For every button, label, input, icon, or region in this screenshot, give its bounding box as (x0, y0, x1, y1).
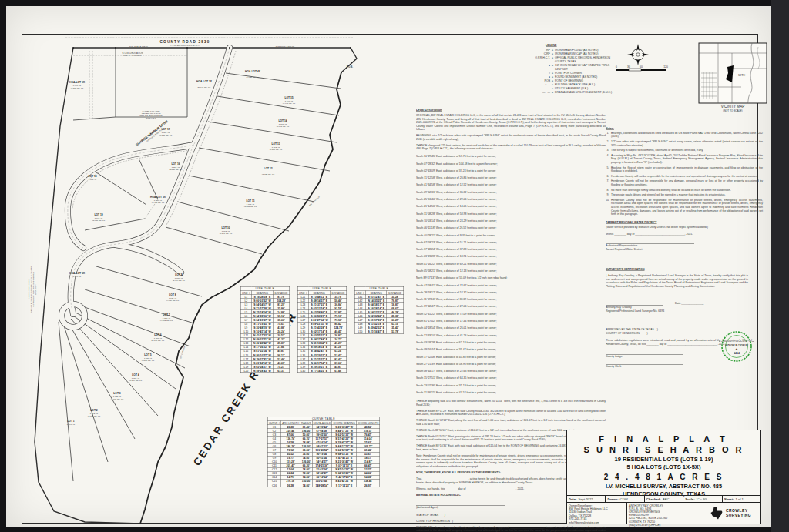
table-row: L26S 36°53'21" E79.18' (297, 314, 347, 318)
table-row: L33N 51°18'34" E41.27' (297, 341, 347, 345)
note-item: 6.Henderson County will not be responsib… (606, 174, 763, 178)
legend-row: ●=1/2" IRON REBAR W/ CAP STAMPED "RPLS 6… (530, 64, 616, 72)
owner-developer-block: Owner/Developer:BW Real Estate Holdings … (567, 503, 627, 524)
svg-text:120: 120 (663, 65, 668, 69)
table-row: L24S 02°13'54" E91.58' (297, 306, 347, 310)
table-row: L28S 09°53'55" W88.42' (297, 322, 347, 326)
graphic-scale-bar: 0 30 60 120 (613, 65, 669, 74)
pob-label: P.O.B. (347, 65, 353, 69)
curve-table: CURVE TABLE CURVE #ARC LENGTH RADIUSDELT… (267, 417, 380, 487)
legend: LEGEND IRF=IRON REBAR FOUND (AS NOTED)CI… (530, 43, 616, 95)
county-road-sub-label: (A VARIABLE WIDTH RIGHT-OF-WAY) (170, 45, 200, 46)
legal-description-title: Legal Description (416, 108, 606, 112)
lot-label: LOT 61.151 AC50,160 SQ. FT. (152, 333, 165, 342)
texas-logo-icon (710, 507, 724, 520)
table-row: L13N 26°48'42" W25.87' (240, 341, 290, 345)
table-row: L14S 17°56'32" W27.84' (240, 345, 290, 349)
vicinity-map: SITE VICINITY MAP (NOT TO SCALE) (698, 42, 769, 113)
note-item: 2.1/2" iron rebar with cap stamped "RPLS… (606, 139, 763, 146)
lot-label: LOT 121.041 AC45,328 SQ. FT. (262, 167, 275, 176)
table-row: L25S 62°58'46" E57.85' (297, 310, 347, 314)
svg-text:O.P.R.H.C.T.: O.P.R.H.C.T. (35, 284, 37, 295)
surveying-firm-logo: CROWLEYSURVEYING (700, 503, 760, 524)
title-block: F I N A L P L A T S U N R I S E H A R B … (566, 430, 761, 524)
vicinity-caption: VICINITY MAP (721, 105, 745, 109)
table-row: L27S 03°27'34" W73.98' (297, 318, 347, 322)
table-row: L16N 86°10'27" W98.17' (240, 353, 290, 357)
drawing-info-strip: Date:Sept 2022 Drawn:CDW Checked:ARC Sca… (567, 495, 760, 503)
table-row: L38N 06°17'14" E87.06' (297, 361, 347, 365)
table-row: L31S 03°55'21" E36.87' (297, 333, 347, 337)
lot-label: HOA-LOT 2X0.499 AC21,749 SQ. FT. (196, 80, 213, 89)
subdivision-name: S U N R I S E H A R B O R (567, 445, 760, 454)
acreage: 2 4 . 4 8 1 A C R E S (567, 473, 760, 481)
table-row: L11N 41°17'32" W30.57' (240, 333, 290, 337)
table-row: L23S 21°37'23" E36.84' (297, 303, 347, 306)
notes-title: Notes: (606, 126, 763, 130)
row-area-label: 0.205 AC — 8,940 SQ. FT. (123, 55, 142, 57)
surveyor-certification-heading: SURVEYOR'S CERTIFICATION (606, 268, 763, 272)
table-row: L41S 01°12'47" E35.28' (354, 295, 404, 299)
table-row: L48N 11°52'18" E63.19' (354, 322, 404, 326)
table-row: L44S 16°18'14" E68.67' (354, 306, 404, 310)
svg-text:60: 60 (640, 65, 643, 69)
lot-label: HOA-LOT 4X0.322 AC14,021 SQ. FT. (245, 70, 261, 79)
table-row: L36S 42°19'22" E53.41' (297, 353, 347, 357)
row-dedication-label: R.O.W. DEDICATION (123, 52, 143, 55)
lot-label: LOT 161.207 AC52,586 SQ. FT. (170, 162, 183, 171)
table-row: L21S 73°48'12" E35.78' (297, 295, 347, 299)
lot-label: LOT 91.036 AC45,119 SQ. FT. (173, 273, 186, 282)
table-row: L40S 77°14'25" E67.46' (297, 369, 347, 373)
contour-tag: 325' CONTOUR (309, 196, 321, 206)
legend-row: O.P.R.H.C.T.=OFFICIAL PUBLIC RECORDS, HE… (530, 56, 616, 64)
table-row: L20N 89°58'43" W63.31' (240, 369, 290, 373)
note-item: 1.Bearings, coordinates and distances ci… (606, 131, 763, 138)
line-table-1: LINE TABLE LINE #BEARINGDISTANCE L1S 16°… (240, 286, 290, 373)
lot-label: LOT 181.095 AC47,683 SQ. FT. (86, 175, 99, 183)
line-table-3: LINE TABLE LINE #BEARINGDISTANCE L41S 01… (354, 286, 404, 333)
lot-label: LOT 41.084 AC47,204 SQ. FT. (129, 373, 143, 382)
table-row: L49S 49°42'32" E35.43' (354, 326, 404, 330)
lot-label: LOT 171.084 AC47,231 SQ. FT. (159, 128, 173, 136)
lot-label: LOT 101.062 AC46,247 SQ. FT. (220, 226, 233, 235)
table-row: L42N 14°35'25" E76.87' (354, 299, 404, 303)
svg-text:O.P.R.H.C.T.: O.P.R.H.C.T. (146, 117, 156, 119)
lot-label: LOT 31.025 AC44,661 SQ. FT. (111, 392, 124, 400)
svg-text:REGISTERED PROFESSIONAL LAND S: REGISTERED PROFESSIONAL LAND SURVEYOR · … (719, 340, 754, 342)
table-row: L30S 02°17'14" E40.45' (297, 330, 347, 333)
svg-text:0: 0 (616, 65, 617, 69)
table-row: L29S 21°43'28" E124.78' (297, 326, 347, 330)
table-row: L37S 21°15'27" E82.47' (297, 357, 347, 361)
legend-title: LEGEND (546, 43, 616, 47)
table-row: L15S 81°02'54" W49.87' (240, 349, 290, 353)
contour-tag: 325' CONTOUR (180, 345, 186, 359)
table-row: L46N 02°32'42" E28.38' (354, 314, 404, 318)
table-row: L18S 23°52'12" W43.09' (240, 361, 290, 365)
notes-list: 1.Bearings, coordinates and distances ci… (606, 131, 763, 216)
table-row: L22S 48°14'57" E58.46' (297, 299, 347, 303)
note-item: 4.According to Map No. 48213C0235E, date… (606, 153, 763, 164)
metes-and-bounds-calls: South 10°29'45" East, a distance of 57.7… (416, 153, 606, 396)
lot-label: LOT 11.196 AC52,112 SQ. FT. (65, 420, 78, 428)
table-row: L32S 44°17'44" E34.71' (297, 337, 347, 341)
lot-label: LOT 111.108 AC48,265 SQ. FT. (244, 199, 257, 208)
lot-label: LOT 141.071 AC46,648 SQ. FT. (277, 119, 290, 128)
lot-label: LOT 21.042 AC45,391 SQ. FT. (88, 409, 101, 417)
water-district-heading: TARRANT REGIONAL WATER DISTRICT (606, 220, 763, 224)
vicinity-subcaption: (NOT TO SCALE) (723, 109, 742, 112)
table-row: L35S 34°42'47" E63.24' (297, 349, 347, 353)
note-item: 8.No more than one single family detache… (606, 188, 763, 192)
svg-text:6494: 6494 (734, 352, 740, 355)
table-row: C1636.28'14.00'148°28'54"S 17°14'23" E26… (267, 483, 380, 487)
line-table-2: LINE TABLE LINE #BEARINGDISTANCE L21S 73… (297, 286, 347, 373)
note-item: 3.This survey is subject to easements, c… (606, 149, 763, 152)
lot-label: LOT 71.023 AC44,562 SQ. FT. (160, 313, 173, 322)
table-row: L17N 29°27'41" W52.46' (240, 357, 290, 361)
table-row: L39S 29°19'21" E45.87' (297, 365, 347, 369)
county-road-label: COUNTY ROAD 2530 (160, 40, 210, 44)
note-item: 7.Henderson County will not be responsib… (606, 179, 763, 186)
plat-sheet: COUNTY ROAD 2530 (A VARIABLE WIDTH RIGHT… (6, 6, 771, 527)
surveyor-contact-block: ANTHONY RAY CROWLEYR.P.L.S. NO. 6494CROW… (627, 503, 700, 524)
lot-label: LOT 191.041 AC45,357 SQ. FT. (92, 213, 106, 222)
legend-row: — · —=DRAINAGE AND UTILITY EASEMENT (D.U… (530, 91, 616, 95)
